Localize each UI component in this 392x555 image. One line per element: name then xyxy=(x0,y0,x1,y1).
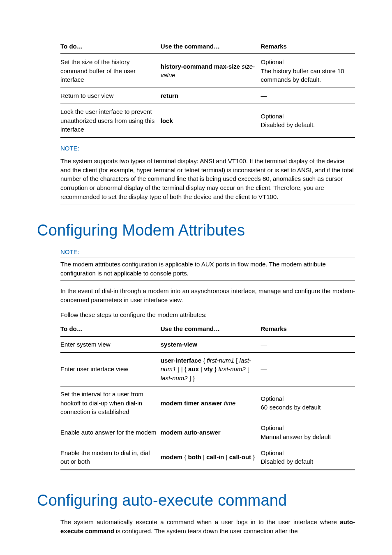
note-box: The system supports two types of termina… xyxy=(60,154,355,204)
cmd-bold: lock xyxy=(161,117,173,124)
cell-remarks: Optional 60 seconds by default xyxy=(261,386,355,420)
remark-line: Optional xyxy=(261,423,352,432)
remark-line: Optional xyxy=(261,112,352,121)
heading-modem-attributes: Configuring Modem Attributes xyxy=(37,219,355,242)
paragraph: Follow these steps to configure the mode… xyxy=(60,310,355,319)
cmd-bold: call-in xyxy=(206,453,224,460)
cmd-arg: time xyxy=(224,400,235,407)
note-box: The modem attributes configuration is ap… xyxy=(60,257,355,281)
table-row: Enter system view system-view — xyxy=(60,336,355,352)
cmd-bold: both xyxy=(188,453,201,460)
table-row: Set the size of the history command buff… xyxy=(60,54,355,88)
remark-line: The history buffer can store 10 commands… xyxy=(261,67,352,85)
cell-todo: Return to user view xyxy=(60,88,161,104)
cell-remarks: — xyxy=(261,88,355,104)
cell-todo: Enable the modem to dial in, dial out or… xyxy=(60,445,161,470)
remark-line: Optional xyxy=(261,394,352,403)
cell-remarks: — xyxy=(261,352,355,386)
text-run: The system automatically execute a comma… xyxy=(60,518,340,525)
table-row: Lock the user interface to prevent unaut… xyxy=(60,104,355,138)
cell-cmd: modem auto-answer xyxy=(161,420,261,445)
text-run: is configured. The system tears down the… xyxy=(114,527,298,534)
cell-todo: Lock the user interface to prevent unaut… xyxy=(60,104,161,138)
cmd-bold: history-command max-size xyxy=(161,63,240,70)
remark-line: Disabled by default xyxy=(261,457,352,466)
cell-cmd: return xyxy=(161,88,261,104)
config-table-1: To do… Use the command… Remarks Set the … xyxy=(60,39,355,138)
table-row: Enable auto answer for the modem modem a… xyxy=(60,420,355,445)
cmd-bold: vty xyxy=(204,365,213,372)
cell-todo: Enter user interface view xyxy=(60,352,161,386)
cmd-bold: modem auto-answer xyxy=(161,429,221,436)
note-text: The system supports two types of termina… xyxy=(60,157,354,200)
paragraph: The system automatically execute a comma… xyxy=(60,518,355,536)
note-label: NOTE: xyxy=(60,144,355,153)
cmd-arg: last-num2 xyxy=(161,375,188,382)
table-row: Return to user view return — xyxy=(60,88,355,104)
config-table-2: To do… Use the command… Remarks Enter sy… xyxy=(60,322,355,470)
remark-line: 60 seconds by default xyxy=(261,403,352,412)
cell-cmd: system-view xyxy=(161,336,261,352)
cell-remarks: Optional Disabled by default xyxy=(261,445,355,470)
remark-line: Optional xyxy=(261,58,352,67)
cell-remarks: Optional The history buffer can store 10… xyxy=(261,54,355,88)
cell-cmd: user-interface { first-num1 [ last-num1 … xyxy=(161,352,261,386)
cmd-bold: call-out xyxy=(229,453,251,460)
cmd-bold: modem timer answer xyxy=(161,400,222,407)
remark-line: Manual answer by default xyxy=(261,432,352,442)
note-text: The modem attributes configuration is ap… xyxy=(60,261,326,277)
cell-cmd: modem timer answer time xyxy=(161,386,261,420)
cmd-arg: first-num2 xyxy=(218,365,246,372)
cell-todo: Enter system view xyxy=(60,336,161,352)
cell-remarks: — xyxy=(261,336,355,352)
cmd-arg: first-num1 xyxy=(207,357,234,364)
t1-h2: Use the command… xyxy=(161,39,261,54)
cmd-bold: return xyxy=(161,92,178,99)
note-label: NOTE: xyxy=(60,247,355,257)
table-row: Set the interval for a user from hookoff… xyxy=(60,386,355,420)
cmd-bold: user-interface xyxy=(161,357,201,364)
cmd-bold: aux xyxy=(188,365,199,372)
remark-line: Optional xyxy=(261,449,352,458)
cell-remarks: Optional Manual answer by default xyxy=(261,420,355,445)
cell-remarks: Optional Disabled by default. xyxy=(261,104,355,138)
t2-h3: Remarks xyxy=(261,322,355,336)
cell-todo: Set the interval for a user from hookoff… xyxy=(60,386,161,420)
t1-h3: Remarks xyxy=(261,39,355,54)
t2-h2: Use the command… xyxy=(161,322,261,336)
table-row: Enter user interface view user-interface… xyxy=(60,352,355,386)
t2-h1: To do… xyxy=(60,322,161,336)
cell-cmd: lock xyxy=(161,104,261,138)
table-row: Enable the modem to dial in, dial out or… xyxy=(60,445,355,470)
cmd-bold: system-view xyxy=(161,341,197,348)
cell-todo: Enable auto answer for the modem xyxy=(60,420,161,445)
cell-todo: Set the size of the history command buff… xyxy=(60,54,161,88)
cell-cmd: history-command max-size size-value xyxy=(161,54,261,88)
cmd-bold: modem xyxy=(161,453,182,460)
heading-auto-execute: Configuring auto-execute command xyxy=(37,489,355,512)
t1-h1: To do… xyxy=(60,39,161,54)
paragraph: In the event of dial-in through a modem … xyxy=(60,287,355,305)
cell-cmd: modem { both | call-in | call-out } xyxy=(161,445,261,470)
remark-line: Disabled by default. xyxy=(261,120,352,130)
